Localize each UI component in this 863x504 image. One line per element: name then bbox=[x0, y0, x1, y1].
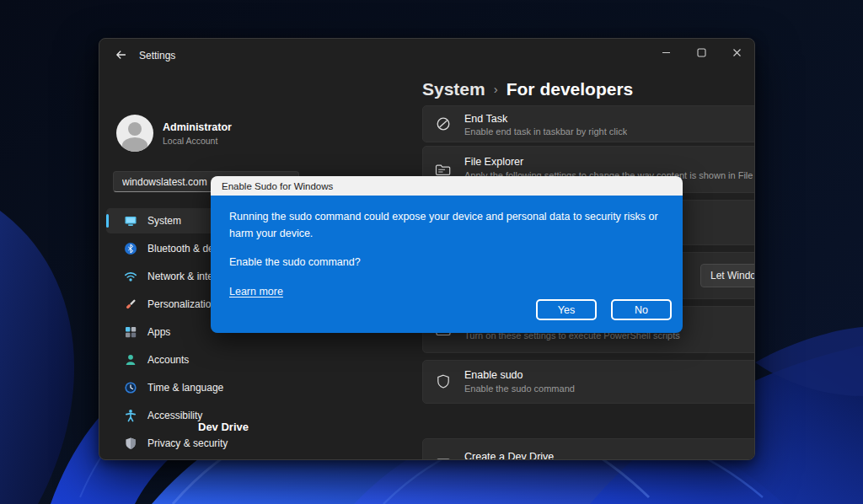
window-title: Settings bbox=[139, 50, 175, 62]
back-button[interactable] bbox=[107, 44, 134, 66]
dialog-title: Enable Sudo for Windows bbox=[222, 181, 333, 191]
no-button[interactable]: No bbox=[611, 299, 672, 320]
dialog-message: Running the sudo command could expose yo… bbox=[229, 208, 661, 242]
page-title: For developers bbox=[507, 79, 634, 99]
dropdown-value: Let Windows decide bbox=[710, 270, 755, 281]
sidebar-item-label: Time & language bbox=[147, 382, 223, 394]
sidebar-item-label: Privacy & security bbox=[147, 437, 228, 449]
section-header-dev-drive: Dev Drive bbox=[198, 421, 249, 433]
bluetooth-icon bbox=[124, 242, 137, 255]
dev-drive-icon bbox=[435, 458, 452, 460]
person-icon bbox=[124, 353, 137, 367]
yes-button[interactable]: Yes bbox=[536, 299, 597, 320]
sudo-shield-icon bbox=[435, 373, 452, 390]
dialog-buttons: Yes No bbox=[536, 299, 672, 320]
close-icon bbox=[732, 48, 742, 57]
row-title: Create a Dev Drive bbox=[464, 451, 554, 460]
enable-sudo-dialog: Enable Sudo for Windows Running the sudo… bbox=[211, 176, 683, 333]
wifi-icon bbox=[124, 270, 137, 283]
maximize-button[interactable] bbox=[683, 39, 719, 66]
sidebar-item-label: Accessibility bbox=[147, 410, 202, 421]
row-create-dev-drive[interactable]: Create a Dev Drive bbox=[422, 438, 755, 460]
desktop: Settings bbox=[0, 0, 863, 504]
row-subtitle: Enable the sudo command bbox=[464, 383, 575, 394]
selected-indicator bbox=[106, 214, 109, 228]
breadcrumb-system[interactable]: System bbox=[422, 79, 485, 99]
maximize-icon bbox=[697, 48, 706, 57]
avatar-head bbox=[128, 122, 142, 136]
back-arrow-icon bbox=[115, 49, 126, 61]
minimize-icon bbox=[662, 48, 671, 57]
row-title: End Task bbox=[464, 113, 507, 125]
row-subtitle: Enable end task in taskbar by right clic… bbox=[464, 126, 627, 137]
terminal-dropdown[interactable]: Let Windows decide bbox=[700, 264, 755, 287]
account-type: Local Account bbox=[163, 136, 217, 146]
system-icon bbox=[124, 214, 137, 228]
sidebar-item-label: System bbox=[147, 215, 181, 227]
row-title: Enable sudo bbox=[464, 369, 523, 381]
learn-more-link[interactable]: Learn more bbox=[229, 286, 283, 298]
clock-icon bbox=[124, 381, 137, 394]
accessibility-person-icon bbox=[124, 409, 137, 422]
close-button[interactable] bbox=[719, 39, 754, 66]
dialog-body: Running the sudo command could expose yo… bbox=[211, 196, 683, 333]
sidebar-item-privacy-security[interactable]: Privacy & security bbox=[106, 431, 317, 456]
sidebar-item-windows-update[interactable]: Windows Update bbox=[106, 458, 317, 460]
apps-grid-icon bbox=[124, 325, 137, 339]
end-task-icon bbox=[435, 115, 452, 132]
titlebar[interactable]: Settings bbox=[99, 39, 754, 72]
sidebar-item-label: Accounts bbox=[147, 354, 189, 366]
sidebar-item-label: Apps bbox=[147, 326, 170, 338]
dialog-question: Enable the sudo command? bbox=[229, 256, 664, 268]
sidebar-item-label: Personalization bbox=[147, 298, 217, 310]
caption-buttons bbox=[648, 39, 754, 66]
sidebar-item-accounts[interactable]: Accounts bbox=[106, 347, 317, 373]
file-explorer-icon bbox=[435, 161, 452, 178]
breadcrumb: System › For developers bbox=[422, 79, 633, 99]
dialog-titlebar[interactable]: Enable Sudo for Windows bbox=[211, 176, 683, 196]
sidebar-item-time-language[interactable]: Time & language bbox=[106, 375, 317, 400]
minimize-button[interactable] bbox=[648, 39, 683, 66]
row-title: File Explorer bbox=[464, 156, 523, 168]
row-end-task[interactable]: End Task Enable end task in taskbar by r… bbox=[422, 105, 755, 142]
brush-icon bbox=[124, 298, 137, 311]
account-name: Administrator bbox=[163, 121, 232, 133]
avatar[interactable] bbox=[116, 115, 153, 152]
avatar-body bbox=[122, 137, 147, 152]
breadcrumb-separator-icon: › bbox=[494, 82, 498, 96]
shield-icon bbox=[124, 437, 137, 450]
row-enable-sudo[interactable]: Enable sudo Enable the sudo command On bbox=[422, 360, 755, 404]
